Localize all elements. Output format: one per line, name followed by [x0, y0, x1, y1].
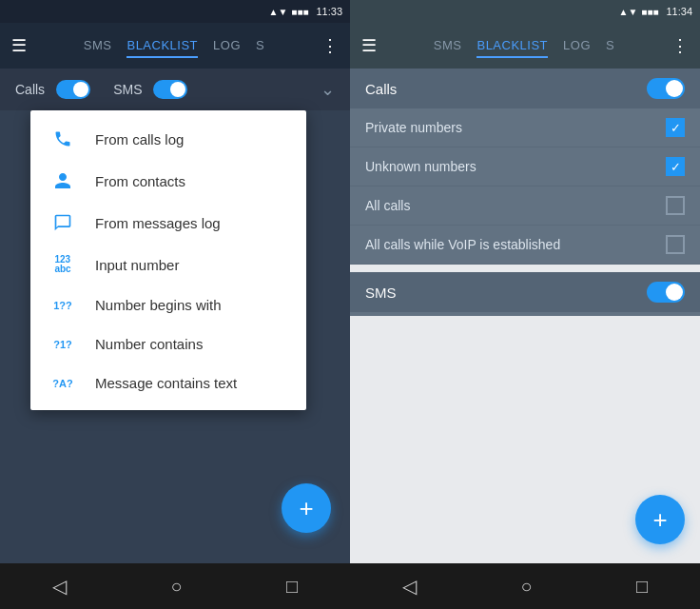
tab-s-right[interactable]: S	[606, 34, 614, 58]
calls-options: Private numbers Unknown numbers All call…	[350, 108, 700, 265]
calls-section-header: Calls	[350, 69, 700, 108]
tab-blacklist-left[interactable]: BLACKLIST	[126, 34, 198, 58]
begins-with-icon: 1??	[49, 300, 76, 311]
calls-label: Calls	[15, 82, 45, 97]
calls-log-label: From calls log	[95, 131, 184, 147]
dropdown-menu: From calls log From contacts From messag…	[30, 110, 306, 410]
left-tab-group: SMS BLACKLIST LOG S	[42, 34, 306, 58]
menu-item-msg-text[interactable]: ?A? Message contains text	[30, 363, 306, 403]
sms-section-title: SMS	[365, 285, 397, 301]
menu-item-messages[interactable]: From messages log	[30, 202, 306, 244]
menu-item-calls-log[interactable]: From calls log	[30, 118, 306, 160]
right-top-bar: ☰ SMS BLACKLIST LOG S ⋮	[350, 23, 700, 69]
battery-icon: ■■■	[291, 7, 308, 17]
phone-icon	[49, 129, 76, 148]
number-icon: 123abc	[49, 255, 76, 274]
blacklist-content: Calls Private numbers Unknown numbers Al…	[350, 69, 700, 316]
sms-section-toggle[interactable]	[647, 282, 685, 303]
tab-blacklist-right[interactable]: BLACKLIST	[476, 34, 548, 58]
recent-button-right[interactable]: □	[636, 576, 648, 598]
calls-section: Calls	[350, 69, 700, 108]
all-calls-voip-label: All calls while VoIP is established	[365, 237, 560, 252]
home-button-right[interactable]: ○	[520, 576, 532, 598]
more-options-right[interactable]: ⋮	[671, 35, 689, 56]
menu-item-begins-with[interactable]: 1?? Number begins with	[30, 285, 306, 324]
add-fab-right[interactable]: +	[635, 495, 685, 544]
right-panel: ▲▼ ■■■ 11:34 ☰ SMS BLACKLIST LOG S ⋮ Cal…	[350, 0, 700, 609]
private-numbers-row: Private numbers	[350, 108, 700, 147]
unknown-numbers-label: Unknown numbers	[365, 159, 476, 174]
all-calls-checkbox[interactable]	[666, 196, 685, 215]
hamburger-menu-right[interactable]: ☰	[361, 35, 377, 56]
contains-label: Number contains	[95, 336, 203, 352]
private-numbers-checkbox[interactable]	[666, 118, 685, 137]
time-right: 11:34	[666, 6, 692, 17]
input-number-label: Input number	[95, 257, 179, 273]
msg-text-label: Message contains text	[95, 375, 237, 391]
status-icons: ▲▼ ■■■ 11:33	[269, 6, 342, 17]
sms-section: SMS	[350, 272, 700, 312]
right-status-bar: ▲▼ ■■■ 11:34	[350, 0, 700, 23]
contacts-label: From contacts	[95, 173, 185, 189]
recent-button-left[interactable]: □	[286, 576, 298, 598]
begins-with-label: Number begins with	[95, 297, 222, 313]
all-calls-voip-row: All calls while VoIP is established	[350, 226, 700, 265]
tab-s-left[interactable]: S	[256, 34, 264, 58]
sms-toggle[interactable]	[153, 80, 187, 99]
more-options-left[interactable]: ⋮	[321, 35, 339, 56]
right-wrapper: +	[350, 316, 700, 563]
menu-item-contains[interactable]: ?1? Number contains	[30, 324, 306, 363]
chevron-down-icon[interactable]: ⌄	[321, 79, 335, 100]
messages-label: From messages log	[95, 215, 221, 231]
calls-toggle[interactable]	[56, 80, 90, 99]
sms-section-header: SMS	[350, 272, 700, 312]
calls-section-toggle[interactable]	[647, 78, 685, 99]
tab-log-right[interactable]: LOG	[563, 34, 591, 58]
calls-section-title: Calls	[365, 81, 397, 97]
left-status-bar: ▲▼ ■■■ 11:33	[0, 0, 350, 23]
sms-label: SMS	[113, 82, 142, 97]
all-calls-voip-checkbox[interactable]	[666, 235, 685, 254]
contains-icon: ?1?	[49, 339, 76, 350]
right-signal-icon: ▲▼	[619, 7, 638, 17]
msg-text-icon: ?A?	[49, 378, 76, 389]
unknown-numbers-checkbox[interactable]	[666, 157, 685, 176]
add-fab-left[interactable]: +	[282, 483, 331, 533]
contact-icon	[49, 171, 76, 190]
menu-item-contacts[interactable]: From contacts	[30, 160, 306, 202]
right-bottom-nav: ◁ ○ □	[350, 563, 700, 609]
time-left: 11:33	[316, 6, 342, 17]
left-panel: ▲▼ ■■■ 11:33 ☰ SMS BLACKLIST LOG S ⋮ Cal…	[0, 0, 350, 609]
private-numbers-label: Private numbers	[365, 120, 462, 135]
right-tab-group: SMS BLACKLIST LOG S	[392, 34, 656, 58]
home-button-left[interactable]: ○	[170, 576, 182, 598]
menu-item-input-number[interactable]: 123abc Input number	[30, 244, 306, 285]
toggle-row: Calls SMS ⌄	[0, 69, 350, 110]
all-calls-label: All calls	[365, 198, 410, 213]
left-bottom-nav: ◁ ○ □	[0, 563, 350, 609]
unknown-numbers-row: Unknown numbers	[350, 147, 700, 187]
back-button-right[interactable]: ◁	[402, 575, 417, 598]
back-button-left[interactable]: ◁	[52, 575, 67, 598]
left-top-bar: ☰ SMS BLACKLIST LOG S ⋮	[0, 23, 350, 69]
message-icon	[49, 213, 76, 232]
tab-sms-left[interactable]: SMS	[84, 34, 112, 58]
signal-icon: ▲▼	[269, 7, 288, 17]
tab-sms-right[interactable]: SMS	[434, 34, 462, 58]
all-calls-row: All calls	[350, 187, 700, 226]
right-battery-icon: ■■■	[641, 7, 658, 17]
right-status-icons: ▲▼ ■■■ 11:34	[619, 6, 692, 17]
tab-log-left[interactable]: LOG	[213, 34, 241, 58]
hamburger-menu[interactable]: ☰	[11, 35, 27, 56]
